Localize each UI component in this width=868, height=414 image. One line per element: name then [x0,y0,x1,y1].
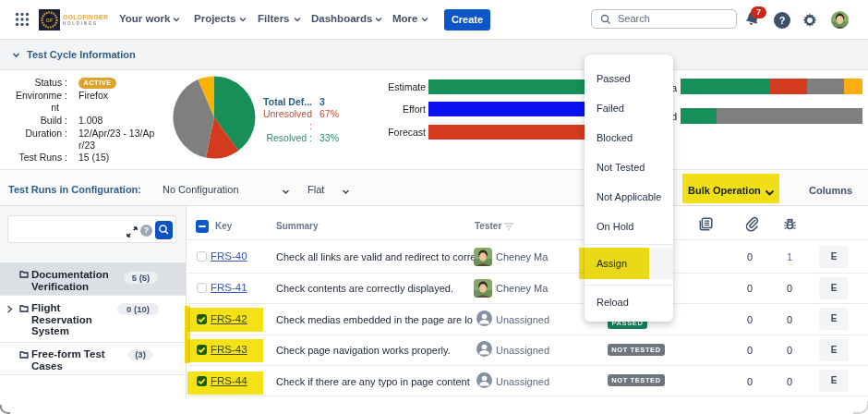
svg-text:GF: GF [46,18,54,23]
